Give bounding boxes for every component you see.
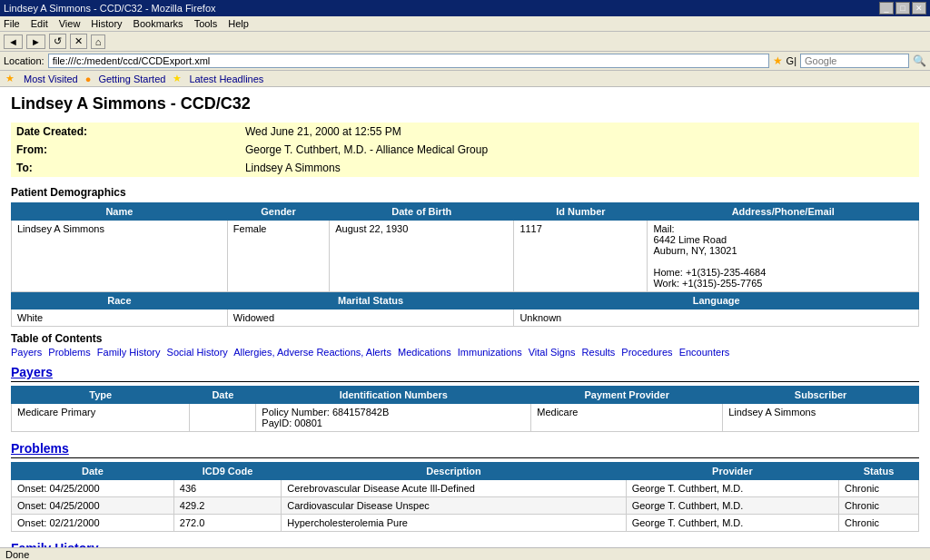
menu-file[interactable]: File xyxy=(4,18,20,29)
demo-header-address: Address/Phone/Email xyxy=(648,203,919,221)
toc-section: Table of Contents Payers Problems Family… xyxy=(11,332,919,358)
getting-started-icon: ● xyxy=(85,74,92,84)
problems-header-provider: Provider xyxy=(626,463,838,480)
menu-view[interactable]: View xyxy=(59,18,81,29)
reload-button[interactable]: ↺ xyxy=(49,34,66,49)
table-row: Onset: 02/21/2000 272.0 Hypercholesterol… xyxy=(12,515,919,532)
problems-header-description: Description xyxy=(282,463,626,480)
google-label: G| xyxy=(787,55,796,66)
menu-edit[interactable]: Edit xyxy=(31,18,48,29)
toc-social-history[interactable]: Social History xyxy=(167,347,228,358)
from-value: George T. Cuthbert, M.D. - Alliance Medi… xyxy=(240,141,919,159)
info-table: Date Created: Wed June 21, 2000 at 12:55… xyxy=(11,123,919,177)
toc-allergies[interactable]: Allergies, Adverse Reactions, Alerts xyxy=(233,347,391,358)
demo-id: 1117 xyxy=(514,221,648,292)
payers-table: Type Date Identification Numbers Payment… xyxy=(11,386,919,432)
menu-bar: File Edit View History Bookmarks Tools H… xyxy=(0,16,930,32)
menu-history[interactable]: History xyxy=(91,18,122,29)
problem-provider-3: George T. Cuthbert, M.D. xyxy=(626,515,838,532)
stop-button[interactable]: ✕ xyxy=(70,34,87,49)
to-value: Lindsey A Simmons xyxy=(240,159,919,177)
payers-section: Payers Type Date Identification Numbers … xyxy=(11,365,919,432)
toc-problems[interactable]: Problems xyxy=(48,347,90,358)
demo-header-id: Id Number xyxy=(514,203,648,221)
bookmark-most-visited[interactable]: Most Visited xyxy=(24,74,78,84)
problem-provider-2: George T. Cuthbert, M.D. xyxy=(626,497,838,515)
problems-header-date: Date xyxy=(12,463,174,480)
problem-status-3: Chronic xyxy=(839,515,919,532)
problem-provider-1: George T. Cuthbert, M.D. xyxy=(626,480,838,497)
back-button[interactable]: ◄ xyxy=(4,34,23,49)
address-input[interactable] xyxy=(48,54,769,68)
table-row: Medicare Primary Policy Number: 68415784… xyxy=(12,404,919,432)
home-button[interactable]: ⌂ xyxy=(91,34,106,49)
date-created-value: Wed June 21, 2000 at 12:55 PM xyxy=(240,123,919,141)
payer-date xyxy=(190,404,256,432)
demo-header-name: Name xyxy=(12,203,228,221)
payers-title[interactable]: Payers xyxy=(11,365,53,379)
demographics-table: Name Gender Date of Birth Id Number Addr… xyxy=(11,202,919,327)
menu-help[interactable]: Help xyxy=(228,18,249,29)
toc-family-history[interactable]: Family History xyxy=(97,347,161,358)
title-bar: Lindsey A Simmons - CCD/C32 - Mozilla Fi… xyxy=(0,0,930,16)
window-controls: _ □ ✕ xyxy=(879,2,926,15)
demo-gender: Female xyxy=(227,221,329,292)
search-input[interactable] xyxy=(800,54,909,68)
menu-tools[interactable]: Tools xyxy=(194,18,218,29)
problem-desc-3: Hypercholesterolemia Pure xyxy=(282,515,626,532)
to-label: To: xyxy=(11,159,240,177)
demo-race: White xyxy=(12,309,228,327)
payers-header-date: Date xyxy=(190,387,256,404)
payers-header-type: Type xyxy=(12,387,190,404)
problem-date-1: Onset: 04/25/2000 xyxy=(12,480,174,497)
date-created-label: Date Created: xyxy=(11,123,240,141)
maximize-button[interactable]: □ xyxy=(895,2,910,15)
problem-icd9-1: 436 xyxy=(173,480,282,497)
payer-provider: Medicare xyxy=(531,404,723,432)
location-label: Location: xyxy=(4,55,45,66)
patient-demographics-title: Patient Demographics xyxy=(11,186,919,199)
bookmarks-bar: ★ Most Visited ● Getting Started ★ Lates… xyxy=(0,71,930,87)
toc-medications[interactable]: Medications xyxy=(398,347,451,358)
payer-id-numbers: Policy Number: 684157842B PayID: 00801 xyxy=(256,404,531,432)
toc-procedures[interactable]: Procedures xyxy=(621,347,672,358)
toc-immunizations[interactable]: Immunizations xyxy=(458,347,522,358)
payers-header-subscriber: Subscriber xyxy=(723,387,919,404)
problems-title[interactable]: Problems xyxy=(11,441,69,456)
bookmarks-star-icon: ★ xyxy=(5,73,15,84)
demo-marital: Widowed xyxy=(227,309,514,327)
demo-name: Lindsey A Simmons xyxy=(12,221,228,292)
from-label: From: xyxy=(11,141,240,159)
demo-language: Unknown xyxy=(514,309,919,327)
demo-marital-header: Marital Status xyxy=(227,292,514,309)
payers-header-provider: Payment Provider xyxy=(531,387,723,404)
status-bar: Done xyxy=(0,547,930,560)
demo-header-dob: Date of Birth xyxy=(330,203,514,221)
bookmark-latest-headlines[interactable]: Latest Headlines xyxy=(189,74,263,84)
problems-header-icd9: ICD9 Code xyxy=(173,463,282,480)
forward-button[interactable]: ► xyxy=(26,34,45,49)
close-button[interactable]: ✕ xyxy=(912,2,926,15)
problem-desc-1: Cerebrovascular Disease Acute Ill-Define… xyxy=(282,480,626,497)
family-history-section: Family History Date Family Member(s) Pro… xyxy=(11,541,919,547)
problem-date-3: Onset: 02/21/2000 xyxy=(12,515,174,532)
table-row: Onset: 04/25/2000 436 Cerebrovascular Di… xyxy=(12,480,919,497)
problem-desc-2: Cardiovascular Disease Unspec xyxy=(282,497,626,515)
family-history-title[interactable]: Family History xyxy=(11,541,98,547)
toc-encounters[interactable]: Encounters xyxy=(679,347,730,358)
payers-header-id: Identification Numbers xyxy=(256,387,531,404)
toc-results[interactable]: Results xyxy=(582,347,616,358)
problems-table: Date ICD9 Code Description Provider Stat… xyxy=(11,462,919,532)
demo-address: Mail: 6442 Lime Road Auburn, NY, 13021 H… xyxy=(648,221,919,292)
problem-status-2: Chronic xyxy=(839,497,919,515)
bookmark-getting-started[interactable]: Getting Started xyxy=(98,74,165,84)
toc-payers[interactable]: Payers xyxy=(11,347,42,358)
menu-bookmarks[interactable]: Bookmarks xyxy=(134,18,183,29)
star-icon[interactable]: ★ xyxy=(773,54,783,67)
toc-links: Payers Problems Family History Social Hi… xyxy=(11,347,919,358)
search-icon[interactable]: 🔍 xyxy=(913,54,926,67)
minimize-button[interactable]: _ xyxy=(879,2,894,15)
latest-headlines-icon: ★ xyxy=(173,73,182,84)
toc-vital-signs[interactable]: Vital Signs xyxy=(529,347,576,358)
problems-section: Problems Date ICD9 Code Description Prov… xyxy=(11,441,919,532)
